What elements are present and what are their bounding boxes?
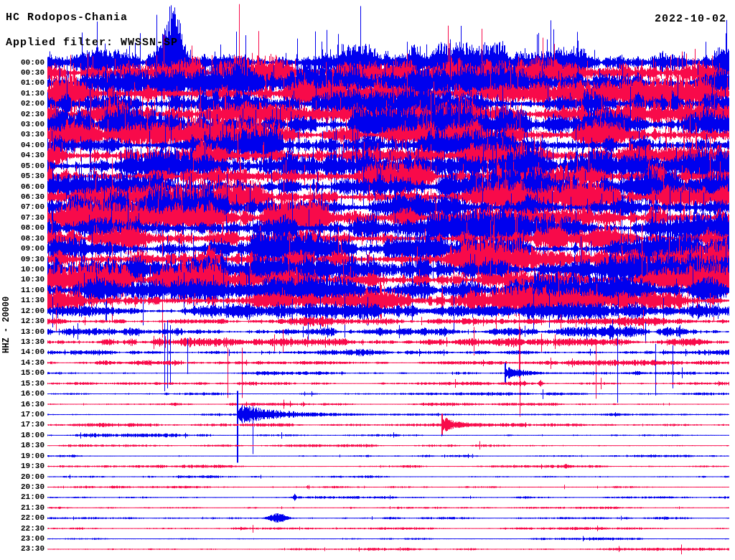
time-label-2300: 23:00 [16, 535, 45, 543]
time-label-0900: 09:00 [16, 245, 45, 253]
time-label-0600: 06:00 [16, 183, 45, 191]
time-label-0700: 07:00 [16, 203, 45, 211]
time-label-0130: 01:30 [16, 90, 45, 98]
time-label-1230: 12:30 [16, 317, 45, 325]
helicorder-page: HC Rodopos-Chania Applied filter: WWSSN-… [0, 0, 735, 560]
time-label-2330: 23:30 [16, 545, 45, 553]
time-label-1100: 11:00 [16, 286, 45, 294]
time-label-0300: 03:00 [16, 121, 45, 129]
helicorder-traces-canvas [0, 0, 735, 560]
time-label-1830: 18:30 [16, 442, 45, 449]
time-label-1430: 14:30 [16, 359, 45, 367]
time-label-2000: 20:00 [16, 473, 45, 481]
time-label-2100: 21:00 [16, 493, 45, 501]
time-label-0000: 00:00 [16, 59, 45, 67]
time-label-0430: 04:30 [16, 151, 45, 159]
date-label: 2022-10-02 [655, 13, 726, 25]
time-label-1900: 19:00 [16, 452, 45, 460]
time-label-1930: 19:30 [16, 462, 45, 470]
time-label-0500: 05:00 [16, 162, 45, 170]
time-label-1030: 10:30 [16, 276, 45, 284]
time-label-0800: 08:00 [16, 224, 45, 232]
time-label-0930: 09:30 [16, 256, 45, 263]
time-label-0530: 05:30 [16, 172, 45, 180]
time-label-0100: 01:00 [16, 79, 45, 87]
time-label-1700: 17:00 [16, 411, 45, 419]
channel-axis-label: HHZ - 20000 [1, 253, 13, 353]
time-label-2030: 20:30 [16, 483, 45, 491]
time-label-0730: 07:30 [16, 214, 45, 222]
time-label-1600: 16:00 [16, 390, 45, 398]
time-label-1530: 15:30 [16, 380, 45, 388]
time-label-1800: 18:00 [16, 431, 45, 439]
time-label-2200: 22:00 [16, 514, 45, 522]
time-label-1730: 17:30 [16, 421, 45, 429]
time-label-0230: 02:30 [16, 111, 45, 118]
time-label-0830: 08:30 [16, 235, 45, 243]
time-label-0330: 03:30 [16, 131, 45, 139]
time-label-0400: 04:00 [16, 141, 45, 149]
time-label-2130: 21:30 [16, 504, 45, 512]
time-label-0200: 02:00 [16, 100, 45, 108]
time-label-1200: 12:00 [16, 307, 45, 315]
time-label-1630: 16:30 [16, 401, 45, 409]
time-label-1000: 10:00 [16, 266, 45, 274]
time-label-1300: 13:00 [16, 328, 45, 336]
time-label-1500: 15:00 [16, 369, 45, 377]
time-label-0630: 06:30 [16, 193, 45, 201]
time-label-1400: 14:00 [16, 348, 45, 356]
time-label-2230: 22:30 [16, 525, 45, 533]
time-label-0030: 00:30 [16, 69, 45, 77]
time-axis-labels: 00:0000:3001:0001:3002:0002:3003:0003:30… [16, 0, 45, 560]
time-label-1130: 11:30 [16, 297, 45, 304]
time-label-1330: 13:30 [16, 338, 45, 346]
